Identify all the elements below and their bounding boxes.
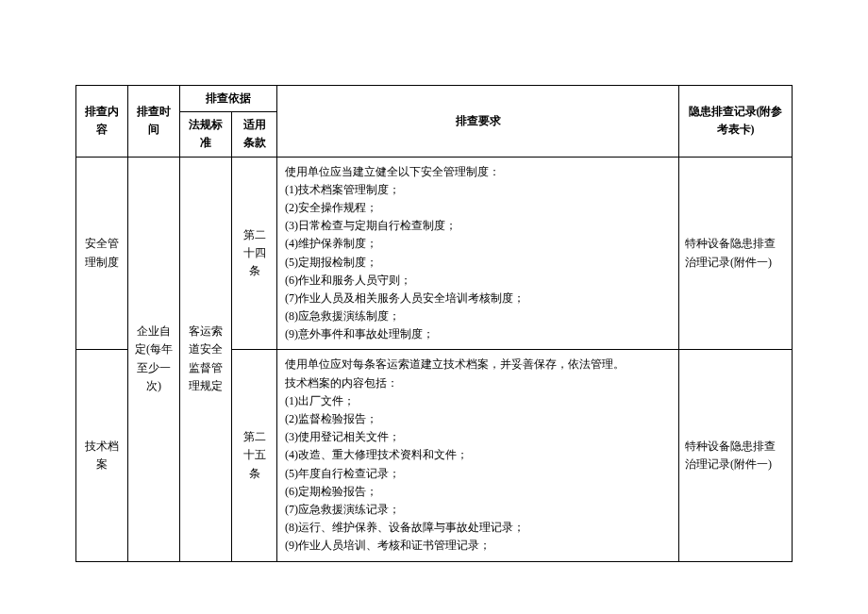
requirement-line: (1)技术档案管理制度； [285,181,671,199]
requirement-line: (7)应急救援演练记录； [285,501,671,519]
header-time: 排查时间 [128,86,180,158]
header-requirements: 排查要求 [277,86,679,158]
requirement-line: (3)日常检查与定期自行检查制度； [285,217,671,235]
cell-clause: 第二十四条 [232,157,277,350]
cell-regulation: 客运索道安全监督管理规定 [180,157,232,561]
requirement-line: (5)定期报检制度； [285,254,671,272]
requirement-line: (1)出厂文件； [285,392,671,410]
cell-clause: 第二十五条 [232,350,277,561]
header-basis-regulation: 法规标准 [180,112,232,157]
requirement-line: (3)使用登记相关文件； [285,428,671,446]
requirement-line: (5)年度自行检查记录； [285,465,671,483]
requirement-line: (4)维护保养制度； [285,235,671,253]
requirement-line: (7)作业人员及相关服务人员安全培训考核制度； [285,290,671,307]
table-row: 安全管理制度 企业自定(每年至少一次) 客运索道安全监督管理规定 第二十四条 使… [76,157,793,350]
cell-inspect-time: 企业自定(每年至少一次) [128,157,180,561]
requirement-line: (9)作业人员培训、考核和证书管理记录； [285,537,671,555]
inspection-table: 排查内容 排查时间 排查依据 排查要求 隐患排查记录(附参考表卡) 法规标准 适… [75,85,793,562]
cell-record: 特种设备隐患排查治理记录(附件一) [679,157,793,350]
header-content: 排查内容 [76,86,128,158]
requirement-line: (2)监督检验报告； [285,410,671,428]
cell-content: 安全管理制度 [76,157,128,350]
requirement-line: (4)改造、重大修理技术资料和文件； [285,446,671,464]
requirement-line: (8)应急救援演练制度； [285,307,671,325]
header-basis: 排查依据 [180,86,277,112]
cell-content: 技术档案 [76,350,128,561]
requirement-line: 技术档案的内容包括： [285,374,671,392]
cell-requirements: 使用单位应当建立健全以下安全管理制度：(1)技术档案管理制度；(2)安全操作规程… [277,157,679,350]
requirement-line: (6)定期检验报告； [285,483,671,501]
cell-record: 特种设备隐患排查治理记录(附件一) [679,350,793,561]
requirement-line: (8)运行、维护保养、设备故障与事故处理记录； [285,519,671,537]
requirement-line: (2)安全操作规程； [285,199,671,217]
cell-requirements: 使用单位应对每条客运索道建立技术档案，并妥善保存，依法管理。技术档案的内容包括：… [277,350,679,561]
header-record: 隐患排查记录(附参考表卡) [679,86,793,158]
header-basis-clause: 适用条款 [232,112,277,157]
requirement-line: (6)作业和服务人员守则； [285,272,671,290]
requirement-line: 使用单位应当建立健全以下安全管理制度： [285,163,671,181]
requirement-line: 使用单位应对每条客运索道建立技术档案，并妥善保存，依法管理。 [285,356,671,373]
requirement-line: (9)意外事件和事故处理制度； [285,325,671,343]
